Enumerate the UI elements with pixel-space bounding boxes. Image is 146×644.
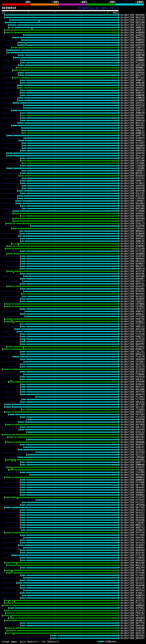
alignment-bar[interactable]	[23, 188, 118, 189]
alignment-bar[interactable]	[21, 308, 118, 310]
alignment-bar[interactable]	[21, 301, 118, 302]
alignment-bar[interactable]	[21, 183, 118, 184]
alignment-bar[interactable]	[21, 95, 118, 96]
alignment-bar[interactable]	[19, 65, 118, 66]
alignment-bar[interactable]	[14, 210, 118, 212]
alignment-bar[interactable]	[24, 547, 118, 548]
alignment-bar[interactable]	[21, 354, 118, 355]
alignment-bar[interactable]	[21, 479, 118, 480]
alignment-bar[interactable]	[21, 587, 118, 588]
alignment-bar[interactable]	[37, 452, 118, 453]
alignment-bar[interactable]	[21, 524, 118, 526]
alignment-bar[interactable]	[21, 560, 118, 561]
alignment-bar[interactable]	[24, 577, 118, 578]
alignment-bar[interactable]	[21, 514, 118, 516]
alignment-bar[interactable]	[19, 449, 118, 450]
alignment-bar[interactable]	[21, 376, 118, 378]
alignment-bar[interactable]	[19, 544, 118, 546]
alignment-row[interactable]: UniRef100_Q8VZ87	[0, 637, 146, 640]
alignment-bar[interactable]	[6, 424, 118, 425]
alignment-bar[interactable]	[22, 530, 118, 531]
alignment-bar[interactable]	[5, 14, 118, 16]
alignment-bar[interactable]	[21, 598, 118, 598]
alignment-bar[interactable]	[23, 163, 118, 164]
alignment-bar[interactable]	[21, 527, 118, 528]
alignment-bar[interactable]	[7, 286, 118, 287]
alignment-bar[interactable]	[3, 369, 118, 370]
alignment-bar[interactable]	[19, 75, 118, 76]
alignment-bar[interactable]	[22, 128, 118, 128]
alignment-bar[interactable]	[21, 258, 118, 259]
alignment-bar[interactable]	[13, 70, 118, 71]
alignment-bar[interactable]	[12, 47, 118, 48]
alignment-bar[interactable]	[14, 356, 118, 357]
alignment-bar[interactable]	[6, 248, 118, 249]
alignment-bar[interactable]	[14, 220, 118, 222]
alignment-bar[interactable]	[21, 492, 118, 493]
alignment-bar[interactable]	[5, 532, 118, 533]
alignment-bar[interactable]	[22, 130, 118, 131]
alignment-bar[interactable]	[18, 190, 118, 192]
alignment-bar[interactable]	[21, 592, 118, 594]
alignment-bar[interactable]	[14, 102, 118, 104]
alignment-bar[interactable]	[21, 344, 118, 345]
alignment-bar[interactable]	[21, 567, 118, 568]
alignment-bar[interactable]	[23, 178, 118, 179]
alignment-bar[interactable]	[20, 140, 118, 141]
alignment-bar[interactable]	[7, 246, 118, 247]
alignment-bar[interactable]	[21, 464, 118, 465]
alignment-bar[interactable]	[24, 105, 118, 106]
alignment-bar[interactable]	[9, 24, 118, 26]
alignment-bar[interactable]	[24, 446, 118, 448]
alignment-bar[interactable]	[18, 87, 118, 88]
alignment-bar[interactable]	[3, 615, 118, 616]
alignment-bar[interactable]	[5, 304, 118, 304]
alignment-bar[interactable]	[24, 34, 118, 36]
alignment-bar[interactable]	[21, 482, 118, 483]
alignment-bar[interactable]	[19, 422, 118, 423]
alignment-bar[interactable]	[21, 256, 118, 257]
alignment-bar[interactable]	[25, 361, 118, 362]
alignment-bar[interactable]	[21, 336, 118, 337]
alignment-bar[interactable]	[23, 502, 118, 503]
alignment-bar[interactable]	[9, 469, 118, 470]
alignment-bar[interactable]	[23, 296, 118, 297]
alignment-bar[interactable]	[19, 42, 118, 43]
alignment-bar[interactable]	[21, 92, 118, 94]
alignment-bar[interactable]	[21, 371, 118, 372]
alignment-bar[interactable]	[51, 635, 118, 636]
alignment-bar[interactable]	[5, 562, 118, 563]
alignment-bar[interactable]	[23, 208, 118, 209]
alignment-bar[interactable]	[21, 384, 118, 385]
alignment-bar[interactable]	[21, 112, 118, 114]
alignment-bar[interactable]	[5, 406, 118, 408]
alignment-bar[interactable]	[21, 472, 118, 473]
alignment-bar[interactable]	[14, 213, 118, 214]
alignment-bar[interactable]	[23, 132, 118, 134]
alignment-bar[interactable]	[7, 152, 118, 154]
alignment-bar[interactable]	[21, 62, 118, 63]
alignment-bar[interactable]	[24, 276, 118, 277]
alignment-bar[interactable]	[5, 620, 118, 621]
alignment-bar[interactable]	[25, 316, 118, 317]
alignment-bar[interactable]	[21, 298, 118, 300]
alignment-bar[interactable]	[21, 90, 118, 91]
alignment-bar[interactable]	[7, 630, 118, 631]
alignment-bar[interactable]	[7, 467, 118, 468]
alignment-bar[interactable]	[12, 243, 118, 244]
alignment-bar[interactable]	[22, 40, 118, 41]
alignment-bar[interactable]	[23, 281, 118, 282]
alignment-bar[interactable]	[21, 510, 118, 510]
alignment-bar[interactable]	[21, 263, 118, 264]
alignment-bar[interactable]	[36, 396, 118, 398]
hit-accession-label[interactable]: UniRef100_Q8VZ87	[121, 637, 145, 640]
alignment-bar[interactable]	[5, 497, 118, 498]
alignment-bar[interactable]	[21, 575, 118, 576]
alignment-bar[interactable]	[6, 442, 118, 443]
alignment-bar[interactable]	[5, 477, 118, 478]
alignment-bar[interactable]	[5, 602, 118, 604]
alignment-bar[interactable]	[23, 142, 118, 144]
alignment-bar[interactable]	[27, 419, 118, 420]
alignment-bar[interactable]	[5, 600, 118, 601]
alignment-bar[interactable]	[24, 590, 118, 591]
